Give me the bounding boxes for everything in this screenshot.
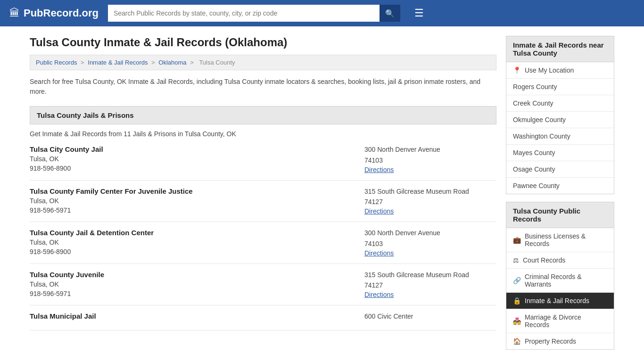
record-name[interactable]: Tulsa County Jail & Detention Center xyxy=(30,229,364,237)
sidebar-item-creek-county[interactable]: Creek County xyxy=(506,95,614,112)
content-area: Tulsa County Inmate & Jail Records (Okla… xyxy=(30,36,496,350)
page-title: Tulsa County Inmate & Jail Records (Okla… xyxy=(30,36,496,49)
breadcrumb-sep-1: > xyxy=(81,59,86,66)
sidebar-item-label: Mayes County xyxy=(513,149,555,156)
sidebar-item-label: Business Licenses & Records xyxy=(525,232,607,247)
section-header: Tulsa County Jails & Prisons xyxy=(30,106,496,124)
record-city: Tulsa, OK xyxy=(30,155,364,163)
record-zip: 74127 xyxy=(364,281,496,289)
record-address: 315 South Gilcrease Museum Road xyxy=(364,187,496,197)
search-icon: 🔍 xyxy=(385,9,395,18)
search-area: 🔍 xyxy=(108,5,400,22)
record-city: Tulsa, OK xyxy=(30,197,364,205)
record-zip: 74103 xyxy=(364,156,496,164)
breadcrumb: Public Records > Inmate & Jail Records >… xyxy=(30,55,496,70)
breadcrumb-sep-2: > xyxy=(151,59,157,66)
record-left: Tulsa City County Jail Tulsa, OK 918-596… xyxy=(30,145,364,173)
sidebar-item-label: Creek County xyxy=(513,99,553,107)
sidebar-item-washington-county[interactable]: Washington County xyxy=(506,128,614,145)
menu-icon[interactable]: ☰ xyxy=(414,7,424,19)
record-address: 300 North Denver Avenue xyxy=(364,229,496,238)
record-name[interactable]: Tulsa County Family Center For Juvenile … xyxy=(30,187,364,195)
scales-icon: ⚖ xyxy=(513,256,519,264)
directions-link[interactable]: Directions xyxy=(364,166,394,173)
sidebar-item-label: Osage County xyxy=(513,165,555,173)
directions-link[interactable]: Directions xyxy=(364,249,394,257)
sidebar-item-court-records[interactable]: ⚖ Court Records xyxy=(506,252,614,269)
site-header: 🏛 PubRecord.org 🔍 ☰ xyxy=(0,0,644,26)
record-left: Tulsa County Family Center For Juvenile … xyxy=(30,187,364,215)
sidebar-item-label: Property Records xyxy=(525,337,576,345)
sidebar-public-records-header: Tulsa County Public Records xyxy=(506,202,614,228)
sidebar-item-rogers-county[interactable]: Rogers County xyxy=(506,79,614,95)
link-icon: 🔗 xyxy=(513,277,521,284)
record-phone: 918-596-8900 xyxy=(30,248,364,255)
location-icon: 📍 xyxy=(513,66,521,74)
sidebar-item-pawnee-county[interactable]: Pawnee County xyxy=(506,178,614,194)
logo[interactable]: 🏛 PubRecord.org xyxy=(9,7,99,19)
record-zip: 74127 xyxy=(364,198,496,206)
sidebar-item-label: Washington County xyxy=(513,132,570,140)
breadcrumb-sep-3: > xyxy=(190,59,195,66)
briefcase-icon: 💼 xyxy=(513,236,521,244)
lock-icon: 🔒 xyxy=(513,297,521,304)
records-list: Tulsa City County Jail Tulsa, OK 918-596… xyxy=(30,145,496,330)
record-right: 315 South Gilcrease Museum Road 74127 Di… xyxy=(364,271,496,299)
record-right: 600 Civic Center xyxy=(364,312,496,323)
breadcrumb-oklahoma[interactable]: Oklahoma xyxy=(158,59,186,66)
record-phone: 918-596-5971 xyxy=(30,290,364,297)
table-row: Tulsa County Jail & Detention Center Tul… xyxy=(30,229,496,264)
sidebar: Inmate & Jail Records near Tulsa County … xyxy=(506,36,614,350)
record-name[interactable]: Tulsa Municipal Jail xyxy=(30,312,364,320)
sidebar-item-label: Criminal Records & Warrants xyxy=(525,273,607,288)
sidebar-item-use-my-location[interactable]: 📍 Use My Location xyxy=(506,62,614,79)
record-left: Tulsa County Juvenile Tulsa, OK 918-596-… xyxy=(30,271,364,299)
sidebar-item-label: Marriage & Divorce Records xyxy=(525,313,607,329)
sidebar-item-mayes-county[interactable]: Mayes County xyxy=(506,145,614,161)
record-address: 300 North Denver Avenue xyxy=(364,145,496,155)
page-description: Search for free Tulsa County, OK Inmate … xyxy=(30,77,496,97)
sidebar-item-label: Okmulgee County xyxy=(513,116,566,123)
record-right: 300 North Denver Avenue 74103 Directions xyxy=(364,229,496,257)
table-row: Tulsa Municipal Jail 600 Civic Center xyxy=(30,312,496,330)
breadcrumb-public-records[interactable]: Public Records xyxy=(36,59,77,66)
sidebar-item-label: Use My Location xyxy=(525,66,574,74)
sidebar-item-label: Rogers County xyxy=(513,83,557,90)
search-button[interactable]: 🔍 xyxy=(380,5,400,22)
record-left: Tulsa County Jail & Detention Center Tul… xyxy=(30,229,364,257)
table-row: Tulsa City County Jail Tulsa, OK 918-596… xyxy=(30,145,496,181)
record-name[interactable]: Tulsa City County Jail xyxy=(30,145,364,153)
sidebar-item-property-records[interactable]: 🏠 Property Records xyxy=(506,333,614,349)
sidebar-item-osage-county[interactable]: Osage County xyxy=(506,161,614,178)
table-row: Tulsa County Juvenile Tulsa, OK 918-596-… xyxy=(30,271,496,306)
sidebar-item-okmulgee-county[interactable]: Okmulgee County xyxy=(506,112,614,128)
table-row: Tulsa County Family Center For Juvenile … xyxy=(30,187,496,222)
sidebar-item-inmate-jail-records[interactable]: 🔒 Inmate & Jail Records xyxy=(506,293,614,309)
directions-link[interactable]: Directions xyxy=(364,207,394,215)
record-right: 315 South Gilcrease Museum Road 74127 Di… xyxy=(364,187,496,215)
search-input[interactable] xyxy=(108,5,380,22)
record-name[interactable]: Tulsa County Juvenile xyxy=(30,271,364,279)
logo-icon: 🏛 xyxy=(9,7,20,19)
breadcrumb-tulsa-county: Tulsa County xyxy=(199,59,235,66)
sidebar-item-criminal-records[interactable]: 🔗 Criminal Records & Warrants xyxy=(506,269,614,293)
sidebar-item-label: Inmate & Jail Records xyxy=(525,297,589,304)
sidebar-item-label: Court Records xyxy=(523,256,565,264)
record-city: Tulsa, OK xyxy=(30,280,364,288)
home-icon: 🏠 xyxy=(513,337,521,345)
record-address: 315 South Gilcrease Museum Road xyxy=(364,271,496,280)
sidebar-item-business-licenses[interactable]: 💼 Business Licenses & Records xyxy=(506,228,614,252)
record-left: Tulsa Municipal Jail xyxy=(30,312,364,323)
sidebar-item-marriage-divorce[interactable]: 💑 Marriage & Divorce Records xyxy=(506,309,614,333)
breadcrumb-inmate-jail[interactable]: Inmate & Jail Records xyxy=(88,59,148,66)
couple-icon: 💑 xyxy=(513,317,521,325)
main-container: Tulsa County Inmate & Jail Records (Okla… xyxy=(20,26,624,350)
sidebar-nearby-header: Inmate & Jail Records near Tulsa County xyxy=(506,36,614,62)
sidebar-nearby-list: 📍 Use My Location Rogers County Creek Co… xyxy=(506,62,614,194)
count-text: Get Inmate & Jail Records from 11 Jails … xyxy=(30,130,496,138)
record-zip: 74103 xyxy=(364,240,496,247)
record-phone: 918-596-5971 xyxy=(30,206,364,214)
record-phone: 918-596-8900 xyxy=(30,165,364,172)
sidebar-public-records-list: 💼 Business Licenses & Records ⚖ Court Re… xyxy=(506,228,614,350)
directions-link[interactable]: Directions xyxy=(364,291,394,298)
